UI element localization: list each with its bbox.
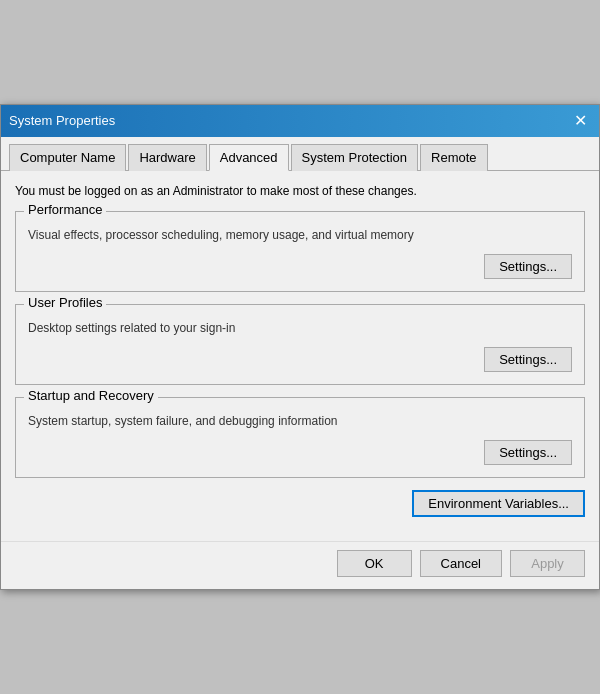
tab-advanced[interactable]: Advanced [209,144,289,171]
user-profiles-settings-row: Settings... [28,347,572,372]
ok-button[interactable]: OK [337,550,412,577]
title-bar: System Properties ✕ [1,105,599,137]
close-button[interactable]: ✕ [570,113,591,129]
env-vars-row: Environment Variables... [15,490,585,517]
tab-hardware[interactable]: Hardware [128,144,206,171]
window-title: System Properties [9,113,115,128]
user-profiles-group: User Profiles Desktop settings related t… [15,304,585,385]
apply-button[interactable]: Apply [510,550,585,577]
system-properties-window: System Properties ✕ Computer Name Hardwa… [0,104,600,591]
startup-recovery-group-title: Startup and Recovery [24,388,158,403]
user-profiles-settings-button[interactable]: Settings... [484,347,572,372]
cancel-button[interactable]: Cancel [420,550,502,577]
content-area: You must be logged on as an Administrato… [1,171,599,542]
performance-group-title: Performance [24,202,106,217]
tab-remote[interactable]: Remote [420,144,488,171]
performance-group: Performance Visual effects, processor sc… [15,211,585,292]
tabs-area: Computer Name Hardware Advanced System P… [1,137,599,171]
bottom-buttons: OK Cancel Apply [1,541,599,589]
startup-recovery-settings-row: Settings... [28,440,572,465]
environment-variables-button[interactable]: Environment Variables... [412,490,585,517]
user-profiles-description: Desktop settings related to your sign-in [28,319,572,337]
tab-computer-name[interactable]: Computer Name [9,144,126,171]
performance-description: Visual effects, processor scheduling, me… [28,226,572,244]
performance-settings-button[interactable]: Settings... [484,254,572,279]
startup-recovery-description: System startup, system failure, and debu… [28,412,572,430]
admin-notice: You must be logged on as an Administrato… [15,183,585,200]
tab-system-protection[interactable]: System Protection [291,144,419,171]
performance-settings-row: Settings... [28,254,572,279]
startup-recovery-group: Startup and Recovery System startup, sys… [15,397,585,478]
user-profiles-group-title: User Profiles [24,295,106,310]
startup-recovery-settings-button[interactable]: Settings... [484,440,572,465]
